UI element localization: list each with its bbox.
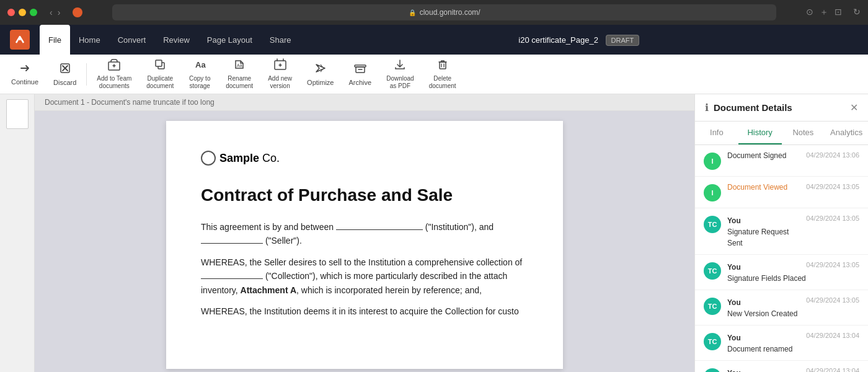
history-time-3: 04/29/2024 13:05 bbox=[806, 215, 859, 222]
duplicate-button[interactable]: Duplicatedocument bbox=[140, 56, 180, 92]
blank-3 bbox=[201, 278, 263, 279]
document-title: Contract of Purchase and Sale bbox=[201, 185, 528, 205]
browser-favicon bbox=[73, 7, 82, 17]
blank-1 bbox=[336, 229, 423, 230]
rename-button[interactable]: Aa Renamedocument bbox=[219, 56, 259, 92]
panel-tab-info[interactable]: Info bbox=[695, 122, 738, 144]
app-container: File Home Convert Review Page Layout Sha… bbox=[0, 25, 868, 372]
nav-tab-file[interactable]: File bbox=[40, 25, 70, 55]
add-to-team-icon bbox=[107, 58, 121, 74]
copy-to-storage-button[interactable]: Aa Copy tostorage bbox=[182, 56, 217, 92]
discard-button[interactable]: Discard bbox=[47, 60, 82, 89]
history-action-block-5: You New Version Created bbox=[727, 296, 797, 319]
forward-button[interactable]: › bbox=[58, 7, 61, 17]
copy-to-storage-icon: Aa bbox=[193, 58, 206, 74]
add-new-version-icon bbox=[273, 58, 287, 74]
document-body: This agreement is by and between ("Insti… bbox=[201, 220, 528, 318]
page-thumbnail[interactable] bbox=[6, 99, 29, 129]
history-action-block-6: You Document renamed bbox=[727, 332, 792, 354]
logo-circle bbox=[201, 151, 216, 166]
history-content-4: You Signature Fields Placed 04/29/2024 1… bbox=[727, 261, 859, 283]
delete-label: Deletedocument bbox=[429, 75, 456, 90]
history-content-2: Document Viewed 04/29/2024 13:05 bbox=[727, 183, 859, 192]
svg-text:Aa: Aa bbox=[195, 60, 206, 69]
nav-tab-page-layout[interactable]: Page Layout bbox=[198, 25, 261, 55]
panel-tab-analytics[interactable]: Analytics bbox=[825, 122, 868, 144]
doc-paragraph-2: WHEREAS, the Seller desires to sell to t… bbox=[201, 255, 528, 297]
browser-navigation: ‹ › bbox=[50, 7, 60, 17]
delete-icon bbox=[436, 58, 449, 74]
duplicate-label: Duplicatedocument bbox=[146, 75, 174, 90]
nav-tab-convert[interactable]: Convert bbox=[109, 25, 155, 55]
doc-paragraph-1: This agreement is by and between ("Insti… bbox=[201, 220, 528, 248]
archive-icon bbox=[353, 62, 367, 78]
history-time-5: 04/29/2024 13:05 bbox=[806, 296, 859, 304]
avatar-5: TC bbox=[704, 298, 721, 315]
optimize-icon bbox=[314, 62, 327, 78]
history-item-3: TC You Signature Request Sent 04/29/2024… bbox=[695, 208, 868, 255]
continue-label: Continue bbox=[11, 78, 38, 86]
duplicate-icon bbox=[154, 58, 166, 74]
main-area: Document 1 - Document's name truncate if… bbox=[0, 94, 868, 372]
address-bar[interactable]: 🔒 cloud.gonitro.com/ bbox=[112, 4, 776, 20]
continue-button[interactable]: Continue bbox=[5, 60, 45, 88]
nav-tab-share[interactable]: Share bbox=[261, 25, 300, 55]
url-text: cloud.gonitro.com/ bbox=[420, 8, 480, 17]
archive-label: Archive bbox=[348, 79, 371, 86]
add-to-team-button[interactable]: Add to Teamdocuments bbox=[91, 56, 138, 92]
history-item-6: TC You Document renamed 04/29/2024 13:04 bbox=[695, 326, 868, 361]
avatar-2: I bbox=[704, 184, 721, 202]
doc-paragraph-3: WHEREAS, the Institution deems it in its… bbox=[201, 304, 528, 318]
download-pdf-button[interactable]: Downloadas PDF bbox=[380, 56, 420, 92]
add-to-team-label: Add to Teamdocuments bbox=[97, 75, 131, 90]
document-title-nav: i20 certificate_Page_2 DRAFT bbox=[300, 35, 858, 45]
extensions-button[interactable]: ⊡ bbox=[835, 7, 842, 18]
archive-button[interactable]: Archive bbox=[342, 60, 378, 89]
rename-icon: Aa bbox=[233, 58, 246, 74]
history-content-7: You Document Viewed 04/29/2024 13:04 bbox=[727, 367, 859, 372]
history-time-4: 04/29/2024 13:05 bbox=[806, 261, 859, 268]
panel-header: ℹ Document Details ✕ bbox=[695, 94, 868, 122]
traffic-lights bbox=[7, 9, 37, 16]
svg-rect-9 bbox=[440, 62, 446, 69]
history-row-3: You Signature Request Sent 04/29/2024 13… bbox=[727, 215, 859, 248]
delete-button[interactable]: Deletedocument bbox=[423, 56, 463, 92]
history-row-6: You Document renamed 04/29/2024 13:04 bbox=[727, 332, 859, 354]
top-nav: File Home Convert Review Page Layout Sha… bbox=[0, 25, 868, 55]
browser-chrome: ‹ › 🔒 cloud.gonitro.com/ ⊙ ＋ ⊡ ↻ bbox=[0, 0, 868, 25]
download-pdf-label: Downloadas PDF bbox=[386, 75, 414, 90]
panel-title: Document Details bbox=[714, 102, 792, 113]
history-list: I Document Signed 04/29/2024 13:06 I Doc… bbox=[695, 145, 868, 372]
back-button[interactable]: ‹ bbox=[50, 7, 53, 17]
thumbnail-sidebar bbox=[0, 94, 35, 372]
nav-tab-review[interactable]: Review bbox=[154, 25, 198, 55]
breadcrumb: Document 1 - Document's name truncate if… bbox=[35, 94, 694, 111]
optimize-button[interactable]: Optimize bbox=[301, 60, 340, 89]
company-logo: Sample Co. bbox=[201, 151, 528, 166]
history-item-2: I Document Viewed 04/29/2024 13:05 bbox=[695, 177, 868, 208]
minimize-traffic-light[interactable] bbox=[19, 9, 26, 16]
new-tab-button[interactable]: ＋ bbox=[820, 7, 828, 18]
document-area: Document 1 - Document's name truncate if… bbox=[35, 94, 694, 372]
company-logo-area: Sample Co. bbox=[201, 151, 528, 166]
add-new-version-button[interactable]: Add newversion bbox=[262, 56, 298, 92]
blank-2 bbox=[201, 243, 263, 244]
panel-tab-notes[interactable]: Notes bbox=[782, 122, 825, 144]
history-time-1: 04/29/2024 13:06 bbox=[806, 151, 859, 159]
help-button[interactable]: ⊙ bbox=[806, 7, 813, 18]
history-item-5: TC You New Version Created 04/29/2024 13… bbox=[695, 290, 868, 326]
optimize-label: Optimize bbox=[307, 79, 334, 86]
history-action-5: New Version Created bbox=[727, 309, 797, 318]
history-row-5: You New Version Created 04/29/2024 13:05 bbox=[727, 296, 859, 319]
avatar-4: TC bbox=[704, 262, 721, 280]
panel-tab-history[interactable]: History bbox=[738, 122, 782, 144]
reload-button[interactable]: ↻ bbox=[853, 7, 861, 18]
add-new-version-label: Add newversion bbox=[268, 75, 292, 90]
avatar-6: TC bbox=[704, 333, 721, 350]
fullscreen-traffic-light[interactable] bbox=[30, 9, 37, 16]
continue-icon bbox=[19, 63, 31, 77]
close-traffic-light[interactable] bbox=[7, 9, 15, 16]
nav-tab-home[interactable]: Home bbox=[70, 25, 109, 55]
panel-close-button[interactable]: ✕ bbox=[850, 102, 858, 113]
history-content-5: You New Version Created 04/29/2024 13:05 bbox=[727, 296, 859, 319]
